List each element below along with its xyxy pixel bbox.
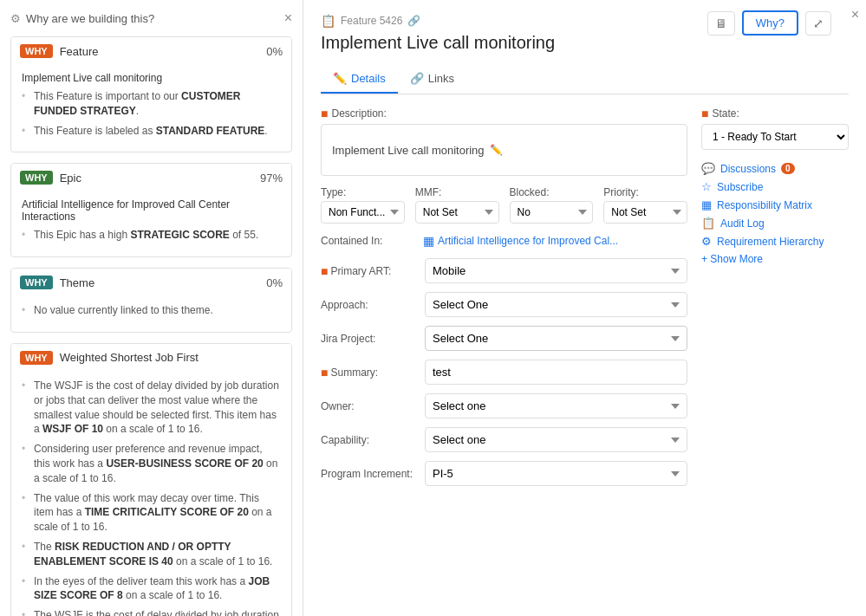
right-sidebar: ■ State: 1 - Ready To Start 💬 Discussion…	[701, 107, 849, 495]
why-panel: ⚙ Why are we building this? × WHY Featur…	[0, 0, 303, 616]
owner-select[interactable]: Select one	[425, 393, 687, 418]
audit-log-link[interactable]: 📋 Audit Log	[701, 217, 849, 230]
contained-in-text: Artificial Intelligence for Improved Cal…	[438, 235, 618, 247]
description-box[interactable]: Implement Live call monitoring ✏️	[321, 124, 687, 176]
jira-project-row: Jira Project: Select One	[321, 326, 687, 351]
why-section-wsjf-header: WHY Weighted Shortest Job First	[11, 344, 291, 372]
responsibility-matrix-link[interactable]: ▦ Responsibility Matrix	[701, 198, 849, 211]
subscribe-label: Subscribe	[717, 181, 763, 193]
why-section-theme-name: Theme	[60, 276, 260, 289]
why-button[interactable]: Why?	[742, 10, 798, 36]
approach-control: Select One	[425, 292, 687, 317]
summary-input[interactable]	[425, 360, 687, 385]
contained-in-label: Contained In:	[321, 235, 416, 247]
primary-art-label-text: Primary ART:	[330, 265, 391, 277]
required-marker: ■	[321, 107, 328, 120]
approach-label-text: Approach:	[321, 299, 368, 311]
why-section-feature-pct: 0%	[266, 45, 283, 58]
link-tab-icon: 🔗	[410, 72, 424, 85]
share-icon-button[interactable]: 🖥	[707, 11, 735, 36]
why-panel-close-button[interactable]: ×	[284, 10, 292, 26]
description-label: ■ Description:	[321, 107, 687, 120]
capability-control: Select one	[425, 427, 687, 452]
pencil-icon: ✏️	[333, 72, 347, 85]
capability-label: Capability:	[321, 434, 425, 446]
blocked-label: Blocked:	[510, 186, 594, 198]
approach-label: Approach:	[321, 299, 425, 311]
blocked-field: Blocked: No	[510, 186, 594, 224]
why-bullet: The WSJF is the cost of delay divided by…	[22, 608, 281, 616]
why-bullet: No value currently linked to this theme.	[22, 303, 281, 318]
requirement-hierarchy-label: Requirement Hierarchy	[717, 236, 824, 248]
discussions-link[interactable]: 💬 Discussions 0	[701, 162, 849, 175]
program-increment-select[interactable]: PI-5	[425, 461, 687, 486]
why-section-theme-body: No value currently linked to this theme.	[11, 296, 291, 332]
summary-label-text: Summary:	[330, 366, 378, 379]
primary-art-select[interactable]: Mobile	[425, 258, 687, 283]
why-badge-epic: WHY	[20, 171, 53, 185]
priority-select[interactable]: Not Set	[603, 201, 687, 224]
top-actions-bar: 🖥 Why? ⤢	[707, 10, 831, 36]
program-increment-label: Program Increment:	[321, 468, 425, 480]
owner-row: Owner: Select one	[321, 393, 687, 418]
feature-number: Feature 5426	[341, 15, 402, 27]
why-bullet: This Feature is labeled as STANDARD FEAT…	[22, 124, 281, 139]
contained-grid-icon: ▦	[423, 234, 434, 248]
why-section-theme-header: WHY Theme 0%	[11, 269, 291, 296]
sidebar-actions: 💬 Discussions 0 ☆ Subscribe ▦ Responsibi…	[701, 162, 849, 265]
mmf-select[interactable]: Not Set	[415, 201, 499, 224]
feature-link-icon[interactable]: 🔗	[407, 15, 420, 27]
subscribe-link[interactable]: ☆ Subscribe	[701, 180, 849, 193]
tab-details[interactable]: ✏️ Details	[321, 65, 398, 94]
why-badge-theme: WHY	[20, 276, 53, 289]
responsibility-matrix-icon: ▦	[701, 198, 712, 211]
audit-log-icon: 📋	[701, 217, 715, 230]
detail-panel-inner: 📋 Feature 5426 🔗 Implement Live call mon…	[303, 0, 866, 509]
jira-project-control: Select One	[425, 326, 687, 351]
why-section-wsjf-body: The WSJF is the cost of delay divided by…	[11, 372, 291, 616]
requirement-hierarchy-icon: ⚙	[701, 235, 712, 248]
detail-panel-close-button[interactable]: ×	[851, 7, 859, 23]
type-select[interactable]: Non Funct...	[321, 201, 405, 224]
jira-project-select[interactable]: Select One	[425, 326, 687, 351]
mmf-label: MMF:	[415, 186, 499, 198]
description-edit-icon[interactable]: ✏️	[490, 144, 503, 156]
capability-select[interactable]: Select one	[425, 427, 687, 452]
expand-icon-button[interactable]: ⤢	[805, 11, 831, 36]
mmf-field: MMF: Not Set	[415, 186, 499, 224]
why-bullet: Considering user preference and revenue …	[22, 442, 281, 485]
jira-project-label-text: Jira Project:	[321, 333, 375, 345]
why-bullet: This Epic has a high STRATEGIC SCORE of …	[22, 228, 281, 243]
required-marker: ■	[321, 264, 328, 278]
show-more-link[interactable]: + Show More	[701, 253, 849, 265]
why-section-theme: WHY Theme 0% No value currently linked t…	[10, 268, 292, 333]
why-panel-title: ⚙ Why are we building this?	[10, 12, 154, 25]
summary-row: ■ Summary:	[321, 360, 687, 385]
blocked-select[interactable]: No	[510, 201, 594, 224]
owner-label-text: Owner:	[321, 400, 355, 412]
why-badge-feature: WHY	[20, 44, 53, 58]
type-row: Type: Non Funct... MMF: Not Set	[321, 186, 687, 224]
requirement-hierarchy-link[interactable]: ⚙ Requirement Hierarchy	[701, 235, 849, 248]
approach-select[interactable]: Select One	[425, 292, 687, 317]
state-label: ■ State:	[701, 107, 849, 120]
feature-title: Implement Live call monitoring	[321, 33, 849, 53]
why-panel-header: ⚙ Why are we building this? ×	[10, 10, 292, 26]
why-bullet: In the eyes of the deliver team this wor…	[22, 574, 281, 604]
main-area: ■ Description: Implement Live call monit…	[321, 107, 849, 495]
tabs-bar: ✏️ Details 🔗 Links	[321, 65, 849, 94]
contained-in-link[interactable]: ▦ Artificial Intelligence for Improved C…	[423, 234, 618, 248]
required-marker: ■	[321, 366, 328, 379]
feature-type-icon: 📋	[321, 14, 335, 28]
discussions-icon: 💬	[701, 162, 715, 175]
why-bullet: The value of this work may decay over ti…	[22, 491, 281, 535]
state-select[interactable]: 1 - Ready To Start	[701, 124, 849, 150]
owner-control: Select one	[425, 393, 687, 418]
priority-label: Priority:	[603, 186, 687, 198]
why-section-epic-title: Artificial Intelligence for Improved Cal…	[22, 198, 281, 223]
primary-art-row: ■ Primary ART: Mobile	[321, 258, 687, 283]
tab-details-label: Details	[351, 72, 386, 85]
tab-links[interactable]: 🔗 Links	[398, 65, 466, 94]
discussions-label: Discussions	[720, 163, 776, 175]
subscribe-icon: ☆	[701, 180, 712, 193]
